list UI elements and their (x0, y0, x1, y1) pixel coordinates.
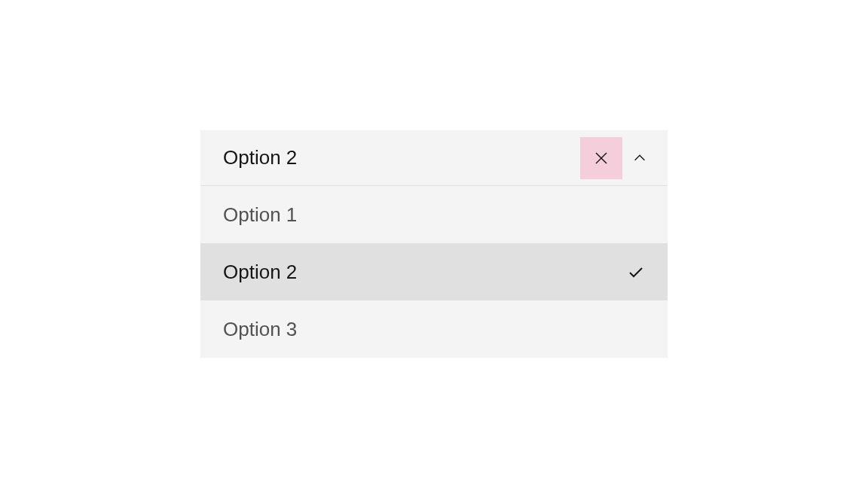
chevron-up-icon (631, 150, 648, 166)
dropdown-selected-value: Option 2 (223, 146, 297, 169)
dropdown-option[interactable]: Option 2 (200, 243, 668, 300)
checkmark-icon (627, 263, 645, 281)
option-label: Option 3 (223, 318, 297, 341)
clear-button[interactable] (580, 137, 622, 179)
dropdown-trigger[interactable]: Option 2 (200, 130, 668, 186)
dropdown-option[interactable]: Option 1 (200, 186, 668, 243)
dropdown-list: Option 1 Option 2 Option 3 (200, 186, 668, 358)
close-icon (592, 149, 610, 167)
option-label: Option 2 (223, 261, 297, 284)
dropdown-option[interactable]: Option 3 (200, 300, 668, 358)
dropdown: Option 2 Option 1 Option 2 (200, 130, 668, 358)
dropdown-controls (580, 137, 657, 179)
option-label: Option 1 (223, 203, 297, 227)
collapse-button[interactable] (622, 137, 657, 179)
